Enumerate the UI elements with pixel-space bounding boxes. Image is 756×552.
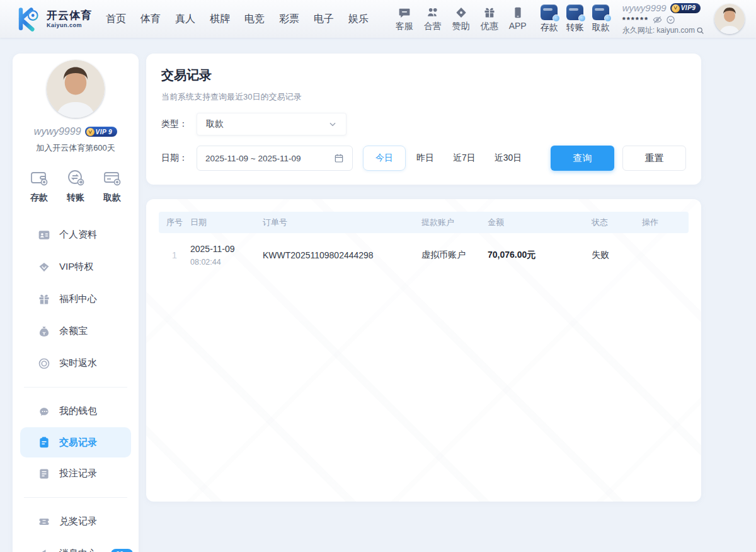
col-date: 日期 — [190, 217, 263, 228]
chevron-circle-icon[interactable] — [666, 15, 675, 25]
transaction-filter-card: 交易记录 当前系统支持查询最近30日的交易记录 类型： 取款 日期： 2025-… — [146, 54, 701, 185]
transfer-icon — [66, 168, 86, 188]
sidebar-menu: 个人资料 VIP特权 福利中心 — [13, 219, 139, 552]
nav-lottery[interactable]: 彩票 — [279, 13, 299, 26]
transaction-table: 序号 日期 订单号 提款账户 金额 状态 操作 1 2025-11-09 08:… — [159, 212, 689, 277]
customer-service-button[interactable]: 客服 — [396, 6, 413, 32]
nav-chess[interactable]: 棋牌 — [210, 13, 230, 26]
mobile-app-icon — [512, 6, 524, 19]
col-account: 提款账户 — [421, 217, 488, 228]
tab-last-30-days[interactable]: 近30日 — [486, 146, 530, 170]
app-download-button[interactable]: APP — [509, 6, 527, 32]
page-subtitle: 当前系统支持查询最近30日的交易记录 — [161, 91, 686, 103]
type-filter-row: 类型： 取款 — [161, 113, 686, 135]
nav-live[interactable]: 真人 — [175, 13, 195, 26]
deposit-button[interactable]: 存款 — [541, 4, 558, 33]
header-user-info: wywy9999 V VIP9 ****** 永久网址: kaiyun.com — [622, 3, 704, 35]
sidebar-quick-links: 存款 转账 取款 — [13, 168, 139, 204]
tab-last-7-days[interactable]: 近7日 — [445, 146, 484, 170]
eye-off-icon[interactable] — [653, 15, 662, 25]
bank-card-icon — [102, 168, 122, 188]
wallet-icon — [29, 168, 49, 188]
avatar-image — [47, 60, 105, 118]
megaphone-icon — [38, 548, 50, 552]
permanent-url[interactable]: 永久网址: kaiyun.com — [622, 26, 704, 35]
sidebar-avatar[interactable] — [47, 60, 105, 118]
row-order-no: KWWT20251109802444298 — [263, 250, 421, 260]
masked-balance: ****** — [622, 15, 649, 25]
sidebar-item-bets[interactable]: 投注记录 — [13, 457, 139, 490]
brand-name-en: Kaiyun.com — [47, 23, 92, 28]
nav-esports[interactable]: 电竞 — [244, 13, 265, 26]
sidebar-deposit-button[interactable]: 存款 — [29, 168, 49, 204]
membership-days-text: 加入开云体育第600天 — [36, 142, 115, 154]
unread-count-badge: 99+ — [111, 549, 133, 552]
account-sidebar: wywy9999 V VIP 9 加入开云体育第600天 存款 — [13, 54, 139, 552]
sidebar-transfer-button[interactable]: 转账 — [66, 168, 86, 204]
sidebar-vip-badge[interactable]: V VIP 9 — [85, 127, 118, 137]
row-amount: 70,076.00元 — [488, 250, 592, 261]
vip-badge[interactable]: V VIP9 — [670, 3, 701, 13]
row-time: 08:02:44 — [190, 258, 221, 267]
sidebar-item-transactions[interactable]: 交易记录 — [20, 427, 131, 457]
partners-icon — [427, 6, 439, 19]
bet-record-icon — [38, 468, 50, 480]
type-label: 类型： — [161, 118, 197, 130]
sidebar-divider — [24, 387, 127, 388]
brand-logo[interactable]: 开云体育 Kaiyun.com — [14, 5, 92, 33]
withdraw-button[interactable]: 取款 — [592, 4, 610, 33]
sidebar-username: wywy9999 — [34, 126, 81, 137]
chat-icon — [398, 6, 411, 19]
nav-sports[interactable]: 体育 — [140, 13, 161, 26]
sidebar-item-benefits[interactable]: 福利中心 — [13, 283, 139, 315]
sidebar-item-messages[interactable]: 消息中心 99+ — [13, 538, 139, 552]
main-nav: 首页 体育 真人 棋牌 电竞 彩票 电子 娱乐 — [106, 13, 369, 26]
type-select-value: 取款 — [206, 118, 224, 130]
row-account: 虚拟币账户 — [421, 250, 488, 261]
date-filter-row: 日期： 2025-11-09 ~ 2025-11-09 今日 昨日 近7日 近3… — [161, 146, 686, 171]
date-range-value: 2025-11-09 ~ 2025-11-09 — [205, 154, 301, 163]
date-range-input[interactable]: 2025-11-09 ~ 2025-11-09 — [197, 146, 353, 171]
affiliate-button[interactable]: 合营 — [424, 6, 442, 32]
header-avatar[interactable] — [714, 4, 745, 34]
row-datetime: 2025-11-09 08:02:44 — [190, 243, 263, 268]
transfer-card-icon — [566, 4, 583, 20]
benefits-gift-icon — [38, 293, 50, 306]
col-amount: 金额 — [488, 217, 592, 228]
sponsor-button[interactable]: 赞助 — [452, 6, 470, 32]
top-navigation-bar: 开云体育 Kaiyun.com 首页 体育 真人 棋牌 电竞 彩票 电子 娱乐 … — [0, 0, 756, 38]
nav-casino[interactable]: 娱乐 — [348, 13, 369, 26]
transaction-table-card: 序号 日期 订单号 提款账户 金额 状态 操作 1 2025-11-09 08:… — [146, 199, 701, 502]
transfer-button[interactable]: 转账 — [566, 4, 584, 33]
sidebar-withdraw-button[interactable]: 取款 — [102, 168, 122, 204]
type-select[interactable]: 取款 — [197, 113, 346, 135]
row-status: 失败 — [592, 250, 642, 261]
table-row: 1 2025-11-09 08:02:44 KWWT20251109802444… — [159, 233, 689, 277]
tab-today[interactable]: 今日 — [363, 146, 406, 171]
sidebar-item-profile[interactable]: 个人资料 — [13, 219, 139, 251]
sidebar-item-wallet[interactable]: 我的钱包 — [13, 395, 139, 427]
sidebar-item-vip[interactable]: VIP特权 — [13, 251, 139, 283]
deposit-card-icon — [541, 4, 558, 20]
promotions-button[interactable]: 优惠 — [481, 6, 498, 32]
date-quick-tabs: 今日 昨日 近7日 近30日 — [363, 146, 530, 171]
brand-name-cn: 开云体育 — [47, 10, 92, 21]
sidebar-divider — [24, 497, 127, 498]
sidebar-item-prizes[interactable]: 兑奖记录 — [13, 505, 139, 538]
col-action: 操作 — [642, 217, 680, 228]
reset-button[interactable]: 重置 — [622, 146, 686, 171]
withdraw-card-icon — [592, 4, 609, 20]
table-header-row: 序号 日期 订单号 提款账户 金额 状态 操作 — [159, 212, 689, 233]
sidebar-item-yuebao[interactable]: 余额宝 — [13, 315, 139, 347]
header-wallet-actions: 存款 转账 取款 — [541, 4, 610, 33]
date-label: 日期： — [161, 152, 197, 164]
calendar-icon — [334, 153, 344, 163]
sidebar-item-rebate[interactable]: 实时返水 — [13, 347, 139, 379]
nav-home[interactable]: 首页 — [106, 13, 126, 26]
row-index: 1 — [159, 250, 190, 260]
query-button[interactable]: 查询 — [551, 146, 614, 171]
row-date: 2025-11-09 — [190, 244, 235, 254]
header-username: wywy9999 — [622, 3, 667, 14]
nav-slots[interactable]: 电子 — [314, 13, 334, 26]
tab-yesterday[interactable]: 昨日 — [408, 146, 442, 170]
